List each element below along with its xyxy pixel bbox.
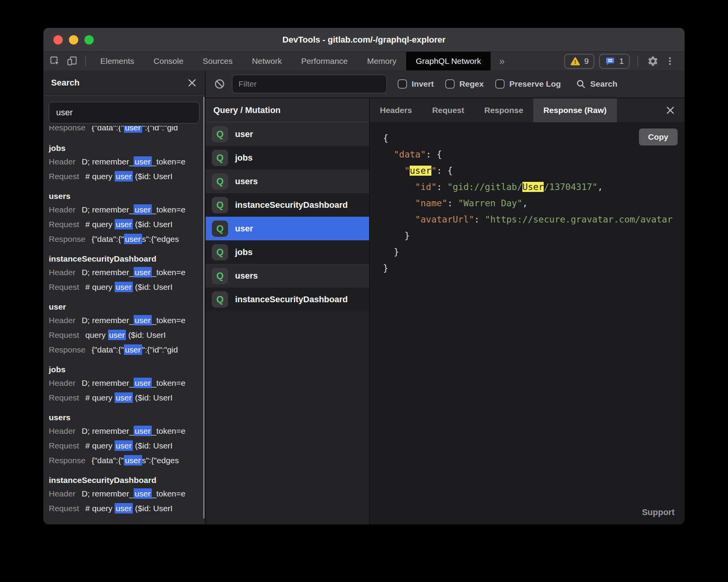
match-highlight: user (115, 219, 133, 229)
json-token: { (447, 166, 453, 176)
fullscreen-window-button[interactable] (84, 35, 94, 45)
messages-badge[interactable]: 1 (599, 54, 630, 69)
kebab-menu-icon[interactable] (661, 53, 678, 70)
query-item-jobs[interactable]: Qjobs (206, 240, 369, 264)
match-highlight: user (134, 488, 152, 499)
search-label: Search (590, 79, 617, 89)
search-result-row[interactable]: Response{"data":{"users":{"edges (49, 232, 205, 246)
search-result-row[interactable]: Response{"data":{"user":{"id":"gid (49, 342, 205, 357)
search-row-label: Response (49, 456, 86, 465)
search-result-row[interactable]: HeaderD; remember_user_token=e (49, 154, 205, 169)
query-item-instancesecuritydashboard[interactable]: QinstanceSecurityDashboard (206, 288, 369, 311)
response-tabs: HeadersRequestResponseResponse (Raw) (370, 98, 685, 122)
tab-graphql-network[interactable]: GraphQL Network (406, 52, 491, 70)
search-result-row[interactable]: Request# query user ($id: UserI (49, 217, 205, 232)
match-text: D; remember_ (82, 205, 134, 214)
search-results-scrollbar[interactable] (203, 97, 204, 519)
search-row-label: Request (49, 504, 79, 513)
json-line: "id": "gid://gitlab/User/13704317", (383, 179, 685, 195)
support-link[interactable]: Support (642, 507, 675, 517)
tab-console[interactable]: Console (144, 52, 193, 70)
search-result-row[interactable]: HeaderD; remember_user_token=e (49, 313, 205, 328)
query-type-icon: Q (212, 126, 228, 142)
response-tab-headers[interactable]: Headers (370, 98, 422, 122)
more-tabs-button[interactable]: » (491, 52, 513, 70)
search-result-row[interactable]: HeaderD; remember_user_token=e (49, 202, 205, 217)
search-row-label: Header (49, 489, 76, 498)
search-row-label: Header (49, 268, 76, 277)
close-details-icon[interactable] (656, 98, 685, 122)
match-text: D; remember_ (82, 316, 134, 325)
search-result-row[interactable]: HeaderD; remember_user_token=e (49, 265, 205, 280)
response-raw-content: Copy { "data": { "user": { "id": "gid://… (370, 122, 685, 524)
tab-elements[interactable]: Elements (91, 52, 144, 70)
search-result-row[interactable]: HeaderD; remember_user_token=e (49, 376, 205, 390)
tab-memory[interactable]: Memory (357, 52, 406, 70)
search-result-row[interactable]: Request# query user ($id: UserI (49, 390, 205, 405)
response-detail-panel: HeadersRequestResponseResponse (Raw) Cop… (370, 98, 685, 524)
json-token: " (431, 166, 437, 176)
device-toolbar-icon[interactable] (64, 53, 81, 70)
json-line: "user": { (383, 163, 685, 179)
search-result-row[interactable]: Request# query user ($id: UserI (49, 169, 205, 184)
match-highlight: user (124, 344, 142, 355)
copy-button[interactable]: Copy (639, 128, 678, 146)
query-item-users[interactable]: Qusers (206, 264, 369, 288)
match-highlight: user (134, 204, 152, 215)
search-result-group-title: users (49, 411, 205, 424)
match-highlight: user (115, 392, 133, 403)
query-item-label: users (235, 271, 258, 281)
settings-gear-icon[interactable] (644, 53, 661, 70)
search-input[interactable] (49, 102, 199, 123)
search-result-row[interactable]: Requestquery user ($id: UserI (49, 328, 205, 342)
query-item-user[interactable]: Quser (206, 122, 369, 146)
regex-label: Regex (459, 79, 484, 89)
match-text: # query (85, 504, 115, 513)
close-window-button[interactable] (53, 35, 63, 45)
search-result-row[interactable]: Request# query user ($id: UserI (49, 280, 205, 294)
response-tab-response[interactable]: Response (474, 98, 533, 122)
json-token: : (426, 149, 437, 159)
filter-input[interactable] (232, 75, 387, 93)
response-tab-response-raw[interactable]: Response (Raw) (533, 98, 616, 122)
query-item-jobs[interactable]: Qjobs (206, 146, 369, 169)
json-line: "data": { (383, 146, 685, 163)
clear-log-icon[interactable] (211, 75, 228, 92)
warnings-badge[interactable]: 9 (564, 54, 595, 69)
match-text: _token=e (152, 316, 185, 325)
query-item-users[interactable]: Qusers (206, 169, 369, 193)
tab-network[interactable]: Network (242, 52, 292, 70)
match-text: s":{"edges (142, 235, 179, 243)
search-result-row[interactable]: Response{"data":{"users":{"edges (49, 453, 205, 468)
tab-sources[interactable]: Sources (193, 52, 242, 70)
search-result-row[interactable]: Request# query user ($id: UserI (49, 438, 205, 453)
search-result-row[interactable]: HeaderD; remember_user_token=e (49, 424, 205, 438)
query-item-user[interactable]: Quser (206, 217, 369, 240)
match-highlight: user (134, 315, 152, 325)
tab-performance[interactable]: Performance (292, 52, 357, 70)
search-row-label: Request (49, 282, 79, 291)
json-token: { (437, 149, 442, 159)
message-count: 1 (619, 56, 624, 66)
regex-checkbox[interactable]: Regex (445, 79, 484, 89)
response-tab-request[interactable]: Request (422, 98, 474, 122)
minimize-window-button[interactable] (69, 35, 78, 45)
json-token: "https://secure.gravatar.com/avatar (485, 214, 673, 224)
preserve-log-checkbox[interactable]: Preserve Log (495, 79, 561, 89)
match-text: D; remember_ (82, 268, 134, 277)
query-item-instancesecuritydashboard[interactable]: QinstanceSecurityDashboard (206, 193, 369, 217)
query-item-label: users (235, 176, 258, 187)
search-result-row[interactable]: Request# query user ($id: UserI (49, 501, 205, 516)
json-token: , (598, 182, 603, 192)
titlebar: DevTools - gitlab.com/-/graphql-explorer (43, 28, 685, 52)
inspect-element-icon[interactable] (46, 53, 64, 70)
json-line: } (383, 260, 685, 276)
json-token: "name" (415, 198, 447, 208)
close-search-icon[interactable] (187, 78, 197, 88)
search-toggle[interactable]: Search (575, 79, 617, 89)
search-match-highlight: User (522, 182, 544, 192)
search-result-row-clipped[interactable]: Response{"data":{"user":{"id":"gid (49, 126, 205, 136)
search-result-row[interactable]: HeaderD; remember_user_token=e (49, 486, 205, 501)
invert-checkbox[interactable]: Invert (398, 79, 434, 89)
warning-count: 9 (584, 56, 589, 66)
